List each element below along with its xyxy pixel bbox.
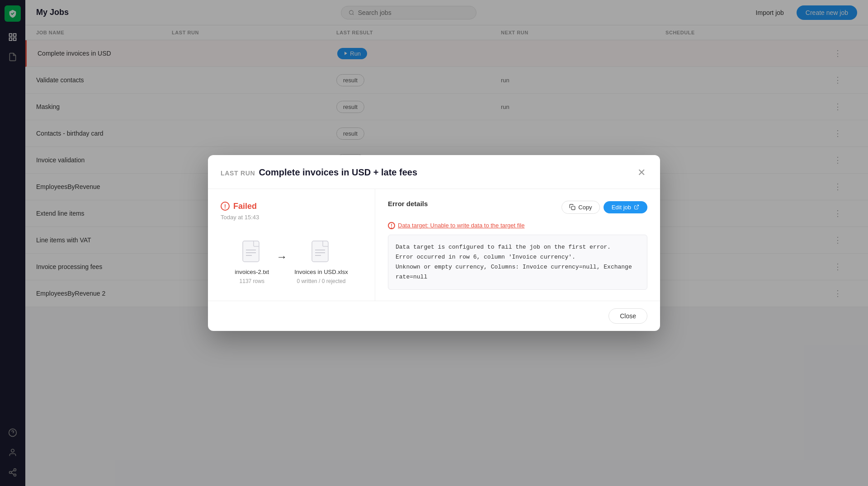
modal-right-panel: Error details Copy Edit job [375,189,660,301]
error-message-box: Data target is configured to fail the jo… [388,235,647,290]
error-link-text: Data target: Unable to write data to the… [398,222,524,229]
file-txt-icon [242,240,262,264]
target-file: Invoices in USD.xlsx 0 written / 0 rejec… [294,239,348,284]
source-filename: invoices-2.txt [235,269,269,275]
error-header: Error details Copy Edit job [388,200,647,215]
status-failed: ! Failed [221,202,362,211]
flow-diagram: invoices-2.txt 1137 rows → [221,239,362,284]
error-link[interactable]: ! Data target: Unable to write data to t… [388,222,647,229]
error-section-title: Error details [388,200,428,208]
edit-job-label: Edit job [612,204,631,211]
source-file-icon [241,239,263,266]
modal-title: Last run Complete invoices in USD + late… [221,167,417,178]
close-button[interactable]: Close [609,308,647,324]
file-xlsx-icon [311,240,331,264]
status-text: Failed [233,202,257,211]
copy-label: Copy [578,204,592,211]
target-file-icon [310,239,332,266]
svg-rect-15 [243,241,259,262]
modal-footer: Close [208,301,660,331]
svg-rect-23 [572,207,576,210]
error-header-actions: Copy Edit job [561,201,647,214]
svg-rect-19 [312,241,328,262]
failed-icon: ! [221,202,230,211]
copy-icon [569,204,576,210]
target-rows: 0 written / 0 rejected [297,278,345,284]
modal-header: Last run Complete invoices in USD + late… [208,155,660,189]
modal-overlay: Last run Complete invoices in USD + late… [0,0,868,486]
external-link-icon [634,204,639,210]
modal-dialog: Last run Complete invoices in USD + late… [208,155,660,331]
svg-line-24 [636,205,639,208]
status-time: Today at 15:43 [221,214,362,221]
app-container: My Jobs Import job Create new job JOB NA… [0,0,868,486]
modal-close-button[interactable]: ✕ [636,166,647,179]
modal-job-name: Complete invoices in USD + late fees [259,167,417,178]
source-file: invoices-2.txt 1137 rows [235,239,269,284]
flow-arrow: → [276,250,287,263]
modal-body: ! Failed Today at 15:43 [208,189,660,301]
error-link-icon: ! [388,222,395,229]
edit-job-button[interactable]: Edit job [604,201,647,213]
copy-button[interactable]: Copy [561,201,599,214]
source-rows: 1137 rows [240,278,264,284]
target-filename: Invoices in USD.xlsx [294,269,348,275]
modal-left-panel: ! Failed Today at 15:43 [208,189,375,301]
modal-label: Last run [221,170,255,177]
